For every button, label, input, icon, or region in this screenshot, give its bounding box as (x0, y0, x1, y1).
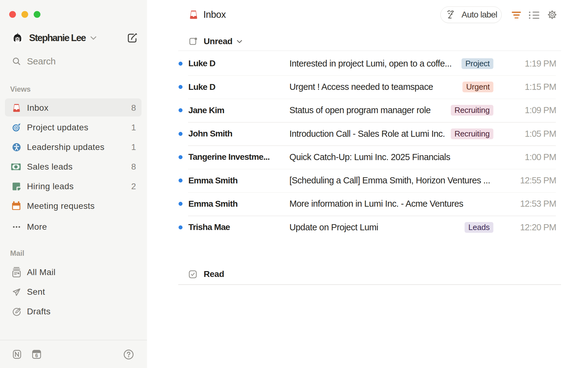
svg-text:6: 6 (35, 353, 38, 358)
